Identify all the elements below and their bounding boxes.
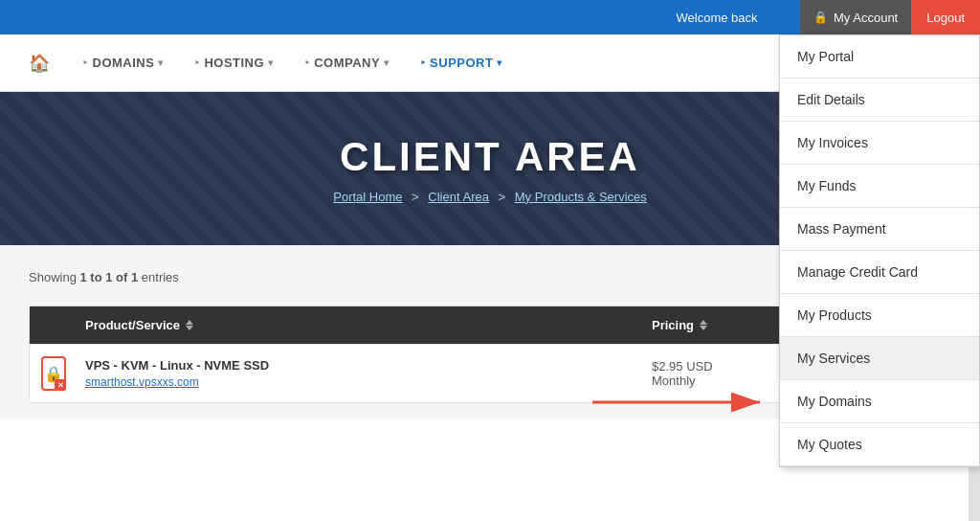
nav-support[interactable]: ‣ SUPPORT ▾ xyxy=(407,48,516,78)
chevron-down-icon: ▾ xyxy=(158,57,164,68)
breadcrumb-client-area[interactable]: Client Area xyxy=(428,190,489,204)
nav-domains[interactable]: ‣ DOMAINS ▾ xyxy=(69,48,177,78)
dropdown-my-funds[interactable]: My Funds xyxy=(780,165,979,208)
dropdown-manage-credit-card[interactable]: Manage Credit Card xyxy=(780,251,979,294)
showing-range: 1 to 1 of 1 xyxy=(80,270,139,284)
breadcrumb: Portal Home > Client Area > My Products … xyxy=(333,190,647,204)
hero-title: CLIENT AREA xyxy=(340,134,640,180)
chevron-down-icon: ▾ xyxy=(497,57,502,68)
chevron-icon: ‣ xyxy=(420,57,427,68)
dropdown-my-services[interactable]: My Services xyxy=(780,337,979,380)
pricing-value: $2.95 USD xyxy=(652,359,713,374)
nav-hosting[interactable]: ‣ HOSTING ▾ xyxy=(181,48,287,78)
breadcrumb-my-products[interactable]: My Products & Services xyxy=(515,190,647,204)
status-badge: ✕ xyxy=(55,379,66,391)
top-bar: Welcome back 🔒 My Account Logout xyxy=(0,0,980,34)
chevron-down-icon: ▾ xyxy=(268,57,274,68)
nav-company[interactable]: ‣ COMPANY ▾ xyxy=(291,48,403,78)
chevron-icon: ‣ xyxy=(304,57,311,68)
product-name-col: VPS - KVM - Linux - NVME SSD smarthost.v… xyxy=(78,347,644,400)
dropdown-my-domains[interactable]: My Domains xyxy=(780,380,979,423)
chevron-down-icon: ▾ xyxy=(384,57,390,68)
dropdown-edit-details[interactable]: Edit Details xyxy=(780,79,979,122)
product-name: VPS - KVM - Linux - NVME SSD xyxy=(85,358,636,373)
lock-icon: 🔒 xyxy=(813,11,828,24)
home-nav-button[interactable]: 🏠 xyxy=(29,53,50,74)
welcome-text: Welcome back xyxy=(665,11,801,25)
sort-product-icon[interactable] xyxy=(186,320,193,330)
my-account-button[interactable]: 🔒 My Account xyxy=(800,0,911,34)
header-pricing-col[interactable]: Pricing xyxy=(644,306,797,344)
chevron-icon: ‣ xyxy=(194,57,201,68)
dropdown-my-portal[interactable]: My Portal xyxy=(780,35,979,79)
nav-items: ‣ DOMAINS ▾ ‣ HOSTING ▾ ‣ COMPANY ▾ ‣ SU… xyxy=(69,48,856,78)
chevron-icon: ‣ xyxy=(82,57,89,68)
account-dropdown: My Portal Edit Details My Invoices My Fu… xyxy=(779,34,980,467)
dropdown-my-invoices[interactable]: My Invoices xyxy=(780,122,979,165)
dropdown-my-quotes[interactable]: My Quotes xyxy=(780,423,979,466)
dropdown-mass-payment[interactable]: Mass Payment xyxy=(780,208,979,251)
header-product-col[interactable]: Product/Service xyxy=(78,306,644,344)
product-status-icon-col: 🔒 ✕ xyxy=(30,345,78,402)
sort-pricing-icon[interactable] xyxy=(700,320,707,330)
product-link[interactable]: smarthost.vpsxxs.com xyxy=(85,375,636,389)
header-icon-col xyxy=(30,314,78,337)
product-status-icon: 🔒 ✕ xyxy=(41,356,66,391)
pricing-col: $2.95 USD Monthly xyxy=(644,348,797,399)
breadcrumb-portal-home[interactable]: Portal Home xyxy=(333,190,402,204)
pricing-period: Monthly xyxy=(652,374,696,388)
logout-button[interactable]: Logout xyxy=(911,0,980,34)
dropdown-my-products[interactable]: My Products xyxy=(780,294,979,337)
